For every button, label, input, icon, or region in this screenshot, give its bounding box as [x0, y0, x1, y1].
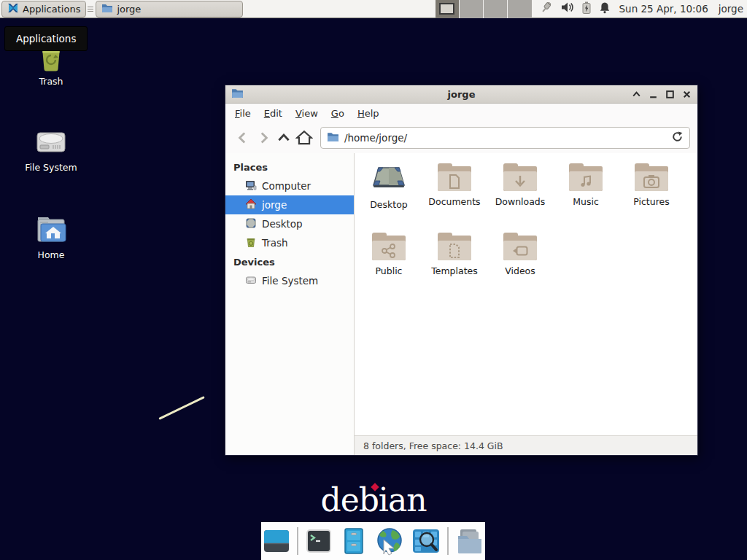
- sidebar-item-computer[interactable]: Computer: [225, 176, 354, 195]
- pictures-folder-icon: [634, 163, 669, 192]
- menu-file[interactable]: File: [228, 105, 258, 122]
- debian-logo: debian: [0, 481, 747, 518]
- applications-menu-button[interactable]: Applications: [1, 1, 86, 18]
- menu-edit[interactable]: Edit: [258, 105, 289, 122]
- file-item-music[interactable]: Music: [553, 163, 619, 233]
- file-item-label: Public: [376, 265, 403, 276]
- desktop-icon-home[interactable]: Home: [11, 211, 91, 260]
- home-button[interactable]: [294, 128, 314, 148]
- desktop-icon-file-system[interactable]: File System: [11, 124, 91, 173]
- dock-separator: [297, 527, 298, 555]
- sidebar: Places Computer: [225, 153, 355, 455]
- terminal-icon[interactable]: [304, 527, 333, 555]
- statusbar: 8 folders, Free space: 14.4 GiB: [355, 435, 697, 455]
- file-item-label: Pictures: [633, 196, 670, 207]
- file-item-pictures[interactable]: Pictures: [619, 163, 684, 233]
- forward-button[interactable]: [253, 128, 274, 148]
- dock-panel: [261, 522, 485, 560]
- applications-menu-label: Applications: [23, 4, 80, 15]
- application-finder-icon[interactable]: [411, 527, 441, 555]
- sidebar-item-desktop[interactable]: Desktop: [225, 214, 354, 233]
- battery-icon[interactable]: [582, 1, 591, 17]
- volume-icon[interactable]: [561, 1, 574, 16]
- sidebar-item-trash[interactable]: Trash: [225, 233, 354, 252]
- back-button[interactable]: [233, 128, 253, 148]
- up-button[interactable]: [274, 128, 294, 148]
- top-panel: Applications jorge: [0, 0, 747, 18]
- file-manager-window: jorge File Edit View Go Help: [225, 85, 698, 456]
- file-item-public[interactable]: Public: [356, 233, 422, 302]
- maximize-button[interactable]: [665, 90, 675, 99]
- file-item-videos[interactable]: Videos: [487, 233, 553, 302]
- sidebar-item-label: Computer: [262, 180, 311, 192]
- notifications-icon[interactable]: [599, 1, 611, 17]
- public-folder-icon: [371, 233, 406, 262]
- workspace-3[interactable]: [484, 0, 508, 18]
- window-title: jorge: [225, 89, 697, 100]
- show-desktop-icon[interactable]: [262, 527, 291, 555]
- music-folder-icon: [568, 163, 603, 192]
- titlebar[interactable]: jorge: [225, 85, 697, 104]
- sidebar-item-label: Desktop: [262, 218, 303, 230]
- file-item-label: Music: [573, 196, 599, 207]
- menu-view[interactable]: View: [289, 105, 325, 122]
- panel-username[interactable]: jorge: [719, 3, 743, 15]
- sidebar-item-jorge[interactable]: jorge: [225, 195, 354, 214]
- wallpaper-swoosh-line: [158, 396, 204, 420]
- home-folder-icon: [11, 211, 91, 246]
- sidebar-item-label: jorge: [262, 199, 287, 211]
- panel-grip[interactable]: [88, 3, 93, 15]
- file-item-label: Desktop: [370, 199, 408, 210]
- taskbar-window-label: jorge: [117, 4, 141, 15]
- applications-tooltip: Applications: [4, 26, 88, 51]
- path-folder-icon: [327, 131, 339, 145]
- devices-header: Devices: [225, 252, 354, 271]
- workspace-1[interactable]: [436, 0, 460, 18]
- reload-icon[interactable]: [671, 131, 684, 146]
- folder-icon: [101, 3, 113, 15]
- desktop: Applications jorge: [0, 0, 747, 560]
- shade-button[interactable]: [632, 90, 641, 99]
- workspace-window-thumbnail: [439, 3, 454, 15]
- dock-separator: [447, 527, 449, 555]
- file-item-desktop[interactable]: Desktop: [356, 163, 422, 233]
- menu-go[interactable]: Go: [325, 105, 351, 122]
- file-item-downloads[interactable]: Downloads: [487, 163, 553, 233]
- menu-help[interactable]: Help: [351, 105, 386, 122]
- system-tray: [539, 1, 611, 17]
- sidebar-item-file-system[interactable]: File System: [225, 271, 354, 290]
- drive-small-icon: [245, 274, 257, 288]
- document-folder-icon: [437, 163, 472, 192]
- download-folder-icon: [503, 163, 538, 192]
- desktop-place-icon: [245, 217, 257, 231]
- xfce-logo-icon: [7, 2, 19, 16]
- taskbar-window-button[interactable]: jorge: [96, 1, 243, 18]
- videos-folder-icon: [503, 233, 538, 262]
- directory-menu-icon[interactable]: [454, 527, 485, 555]
- trash-small-icon: [245, 236, 257, 250]
- path-bar[interactable]: /home/jorge/: [320, 127, 690, 149]
- close-button[interactable]: [682, 90, 692, 99]
- toolbar: /home/jorge/: [225, 122, 697, 153]
- places-header: Places: [225, 158, 354, 176]
- workspace-switcher[interactable]: [436, 0, 532, 18]
- clock[interactable]: Sun 25 Apr, 10:06: [619, 3, 708, 15]
- file-item-templates[interactable]: Templates: [422, 233, 487, 302]
- user-home-icon: [245, 198, 257, 212]
- file-manager-icon[interactable]: [339, 527, 368, 555]
- file-icon-view[interactable]: Desktop Documents: [355, 153, 697, 435]
- sidebar-item-label: Trash: [262, 237, 288, 249]
- web-browser-icon[interactable]: [374, 526, 405, 556]
- statusbar-text: 8 folders, Free space: 14.4 GiB: [363, 440, 503, 451]
- desktop-icon-label: Home: [11, 249, 91, 260]
- workspace-4[interactable]: [508, 0, 532, 18]
- path-input[interactable]: /home/jorge/: [344, 132, 666, 144]
- network-icon[interactable]: [539, 1, 553, 17]
- workspace-2[interactable]: [460, 0, 484, 18]
- file-item-documents[interactable]: Documents: [422, 163, 487, 233]
- desktop-icon-label: File System: [11, 162, 91, 173]
- file-item-label: Downloads: [495, 196, 546, 207]
- file-item-label: Templates: [431, 265, 478, 276]
- hard-drive-icon: [11, 124, 91, 159]
- minimize-button[interactable]: [649, 90, 658, 99]
